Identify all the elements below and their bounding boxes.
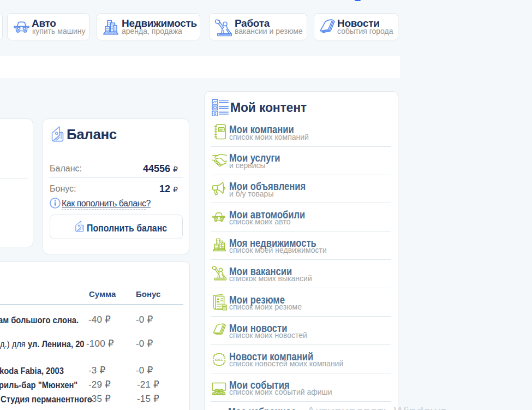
svg-text:SALE: SALE — [215, 358, 223, 361]
